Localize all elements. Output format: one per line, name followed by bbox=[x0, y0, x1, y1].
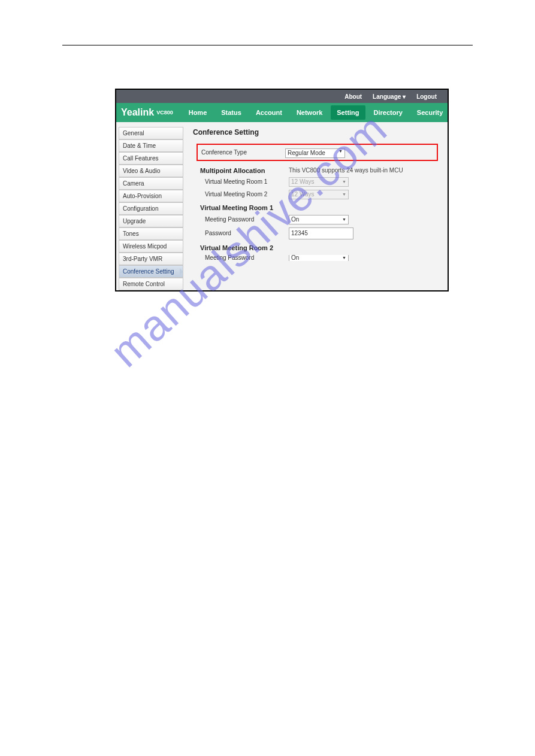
content-area: General Date & Time Call Features Video … bbox=[116, 122, 448, 290]
vmr1-password-label: Password bbox=[205, 230, 289, 236]
page-title: Conference Setting bbox=[193, 128, 438, 136]
sidebar-item-configuration[interactable]: Configuration bbox=[119, 202, 183, 215]
sidebar-item-remotecontrol[interactable]: Remote Control bbox=[119, 278, 183, 290]
sidebar-item-conferencesetting[interactable]: Conference Setting bbox=[119, 265, 183, 278]
vmr1-header: Virtual Meeting Room 1 bbox=[200, 204, 438, 211]
sidebar-item-wirelessmicpod[interactable]: Wireless Micpod bbox=[119, 240, 183, 253]
conference-type-row: Conference Type Regular Mode bbox=[197, 144, 438, 161]
main-panel: Conference Setting Conference Type Regul… bbox=[183, 122, 448, 290]
sidebar-item-camera[interactable]: Camera bbox=[119, 177, 183, 190]
vmr1-alloc-label: Virtual Meeting Room 1 bbox=[205, 178, 289, 185]
sidebar-item-3rdpartyvmr[interactable]: 3rd-Party VMR bbox=[119, 253, 183, 265]
conference-type-select[interactable]: Regular Mode bbox=[285, 148, 345, 158]
main-nav: Yealink VC800 Home Status Account Networ… bbox=[116, 103, 448, 122]
logout-link[interactable]: Logout bbox=[416, 93, 437, 100]
vmr2-header: Virtual Meeting Room 2 bbox=[200, 244, 438, 251]
brand-logo: Yealink bbox=[121, 107, 154, 118]
sidebar-item-videoaudio[interactable]: Video & Audio bbox=[119, 165, 183, 177]
about-link[interactable]: About bbox=[344, 93, 362, 100]
multipoint-info: This VC800 supports 24 ways built-in MCU bbox=[289, 167, 403, 174]
conference-type-label: Conference Type bbox=[201, 149, 285, 156]
sidebar-item-upgrade[interactable]: Upgrade bbox=[119, 215, 183, 227]
sidebar-item-callfeatures[interactable]: Call Features bbox=[119, 152, 183, 165]
top-bar: About Language ▾ Logout bbox=[116, 90, 448, 103]
sidebar-item-datetime[interactable]: Date & Time bbox=[119, 139, 183, 152]
nav-setting[interactable]: Setting bbox=[331, 105, 365, 120]
sidebar-item-general[interactable]: General bbox=[119, 127, 183, 139]
vmr2-alloc-select[interactable]: 12 Ways bbox=[289, 190, 349, 199]
vmr2-pwd-select[interactable]: On bbox=[289, 255, 349, 261]
nav-network[interactable]: Network bbox=[291, 105, 328, 120]
nav-account[interactable]: Account bbox=[250, 105, 288, 120]
nav-directory[interactable]: Directory bbox=[368, 105, 409, 120]
sidebar-item-tones[interactable]: Tones bbox=[119, 227, 183, 240]
page-divider bbox=[62, 45, 473, 45]
sidebar-item-autoprovision[interactable]: Auto-Provision bbox=[119, 190, 183, 202]
vmr2-alloc-label: Virtual Meeting Room 2 bbox=[205, 191, 289, 198]
vmr1-pwd-label: Meeting Password bbox=[205, 216, 289, 223]
vmr1-password-input[interactable] bbox=[289, 227, 353, 239]
vmr1-pwd-select[interactable]: On bbox=[289, 215, 349, 224]
multipoint-header: Multipoint Allocation bbox=[200, 167, 289, 174]
nav-home[interactable]: Home bbox=[183, 105, 213, 120]
vmr2-pwd-label: Meeting Password bbox=[205, 255, 289, 261]
nav-status[interactable]: Status bbox=[215, 105, 247, 120]
brand-model: VC800 bbox=[156, 110, 173, 116]
nav-security[interactable]: Security bbox=[411, 105, 449, 120]
language-dropdown[interactable]: Language ▾ bbox=[373, 93, 406, 100]
vmr1-alloc-select[interactable]: 12 Ways bbox=[289, 177, 349, 187]
yealink-web-ui: About Language ▾ Logout Yealink VC800 Ho… bbox=[115, 89, 449, 292]
sidebar: General Date & Time Call Features Video … bbox=[116, 122, 183, 290]
